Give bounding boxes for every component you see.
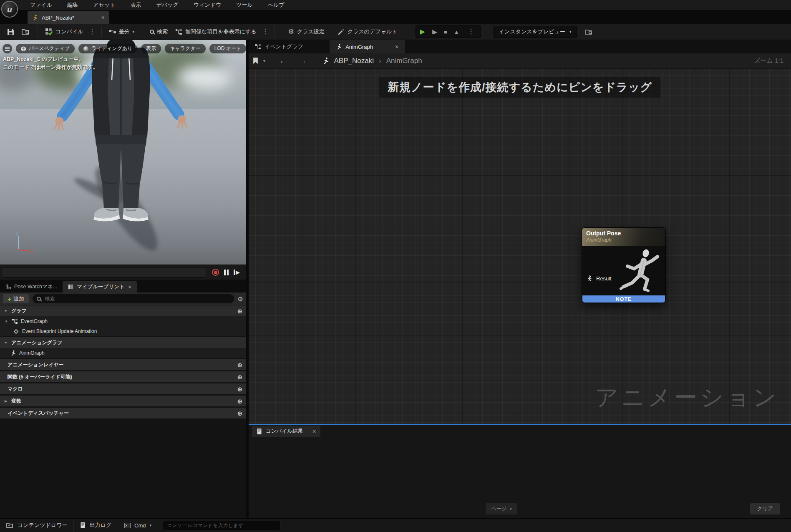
- find-button[interactable]: 検索: [146, 25, 171, 38]
- add-function-icon[interactable]: ⊕: [237, 374, 242, 380]
- tree-section-functions[interactable]: 関数 (5 オーバーライド可能) ⊕: [0, 371, 246, 382]
- save-button[interactable]: [3, 25, 18, 38]
- menu-window[interactable]: ウィンドウ: [194, 1, 222, 9]
- menu-view[interactable]: 表示: [130, 1, 141, 9]
- eject-icon[interactable]: ▲: [454, 29, 459, 35]
- chevron-down-icon[interactable]: ▾: [263, 59, 265, 63]
- my-blueprint-search[interactable]: [33, 294, 234, 303]
- tree-section-graphs[interactable]: ▼ グラフ ⊕: [0, 305, 246, 316]
- show-label: 表示: [146, 45, 156, 52]
- tab-my-blueprint[interactable]: マイブループリント ×: [63, 281, 137, 292]
- tree-item-animgraph[interactable]: AnimGraph: [0, 348, 246, 358]
- hide-unrelated-button[interactable]: 無関係な項目を非表示にする: [171, 25, 260, 38]
- lit-mode-button[interactable]: ライティングあり: [78, 44, 137, 53]
- menu-file[interactable]: ファイル: [30, 1, 52, 9]
- menu-tools[interactable]: ツール: [236, 1, 253, 9]
- add-graph-icon[interactable]: ⊕: [237, 308, 242, 314]
- tab-pose-watch-manager[interactable]: Pose Watchマネ...: [0, 281, 63, 292]
- cmd-dropdown[interactable]: Cmd ▾: [118, 519, 158, 532]
- preview-viewport[interactable]: パースペクティブ ライティングあり 表示 キャラクター LOD オート ▶ x1…: [0, 40, 246, 265]
- eventgraph-label: EventGraph: [21, 318, 48, 324]
- menu-edit[interactable]: 編集: [67, 1, 78, 9]
- add-variable-icon[interactable]: ⊕: [237, 398, 242, 404]
- browse-debug-object-button[interactable]: [581, 25, 597, 38]
- breadcrumb-root[interactable]: ABP_Nozaki: [334, 57, 374, 65]
- tree-section-event-dispatchers[interactable]: イベントディスパッチャー ⊕: [0, 408, 246, 419]
- record-icon[interactable]: [212, 269, 219, 276]
- add-event-dispatcher-icon[interactable]: ⊕: [237, 410, 242, 416]
- clear-button[interactable]: クリア: [750, 503, 780, 514]
- play-options-kebab-icon[interactable]: ⋮: [466, 28, 476, 35]
- tab-compile-results[interactable]: コンパイル結果 ×: [252, 426, 320, 437]
- content-drawer-button[interactable]: コンテンツドロワー: [0, 519, 73, 532]
- add-animation-layer-icon[interactable]: ⊕: [237, 362, 242, 368]
- bookmark-icon[interactable]: [253, 58, 258, 64]
- viewport-menu-button[interactable]: [3, 44, 12, 53]
- character-button[interactable]: キャラクター: [165, 44, 205, 53]
- compile-button[interactable]: コンパイル: [42, 25, 87, 38]
- mannequin-thumbnail: [618, 248, 665, 295]
- tree-section-animation-layers[interactable]: アニメーションレイヤー ⊕: [0, 359, 246, 370]
- tree-section-variables[interactable]: ▶ 変数 ⊕: [0, 396, 246, 406]
- chevron-down-icon: ▾: [133, 30, 135, 34]
- menu-help[interactable]: ヘルプ: [268, 1, 285, 9]
- chevron-down-icon: ▾: [510, 507, 512, 511]
- caret-down-icon[interactable]: ▼: [4, 320, 8, 323]
- step-forward-icon[interactable]: ▶: [234, 270, 240, 275]
- preview-character: [0, 40, 246, 265]
- section-label: 変数: [11, 398, 21, 405]
- timeline-scrubber[interactable]: [2, 267, 206, 277]
- close-icon[interactable]: ×: [312, 429, 316, 434]
- close-icon[interactable]: ×: [395, 44, 398, 50]
- close-icon[interactable]: ×: [101, 15, 105, 20]
- search-input[interactable]: [44, 295, 230, 302]
- add-button[interactable]: + 追加: [3, 294, 29, 303]
- tree-item-event-update-animation[interactable]: Event Blueprint Update Animation: [0, 326, 246, 336]
- tab-event-graph[interactable]: イベントグラフ: [249, 40, 310, 53]
- lod-auto-button[interactable]: LOD オート: [209, 44, 246, 53]
- graph-toolbar: ▾ ← → ABP_Nozaki › AnimGraph ズーム 1:1: [249, 53, 791, 68]
- close-icon[interactable]: ×: [128, 284, 131, 290]
- preview-instance-dropdown[interactable]: インスタンスをプレビュー ▾: [494, 26, 577, 38]
- animgraph-canvas[interactable]: 新規ノードを作成/接続するためにピンをドラッグ アニメーション Output P…: [249, 68, 791, 424]
- tree-section-macros[interactable]: マクロ ⊕: [0, 383, 246, 394]
- tree-item-eventgraph[interactable]: ▼ EventGraph: [0, 316, 246, 326]
- output-pose-node[interactable]: Output Pose AnimGraph: [582, 227, 666, 303]
- tree-section-animation-graphs[interactable]: ▼ アニメーショングラフ: [0, 337, 246, 348]
- play-icon[interactable]: ▶: [420, 28, 425, 35]
- menu-asset[interactable]: アセット: [93, 1, 115, 9]
- search-icon: [37, 297, 41, 301]
- caret-down-icon[interactable]: ▼: [4, 309, 8, 313]
- node-note-bar[interactable]: NOTE: [582, 295, 665, 303]
- caret-right-icon[interactable]: ▶: [4, 399, 8, 403]
- add-macro-icon[interactable]: ⊕: [237, 386, 242, 392]
- hide-unrelated-kebab-icon[interactable]: ⋮: [260, 28, 271, 35]
- pause-icon[interactable]: [224, 270, 229, 275]
- terminal-icon: [124, 523, 131, 528]
- caret-down-icon[interactable]: ▼: [4, 341, 8, 345]
- result-pin[interactable]: Result: [587, 275, 612, 282]
- compile-options-kebab-icon[interactable]: ⋮: [87, 28, 98, 35]
- asset-tab-abp-nozaki[interactable]: ABP_Nozaki* ×: [28, 11, 109, 24]
- show-button[interactable]: 表示: [141, 44, 161, 53]
- output-pose-node-header[interactable]: Output Pose AnimGraph: [582, 228, 665, 246]
- console-command-input[interactable]: [163, 521, 280, 530]
- navigate-forward-icon[interactable]: →: [296, 57, 310, 65]
- breadcrumb-current[interactable]: AnimGraph: [386, 57, 422, 65]
- content-drawer-label: コンテンツドロワー: [18, 522, 67, 529]
- perspective-button[interactable]: パースペクティブ: [16, 44, 75, 53]
- chevron-down-icon: ▾: [150, 523, 152, 527]
- output-log-button[interactable]: 出力ログ: [74, 519, 118, 532]
- diff-button[interactable]: 差分 ▾: [106, 25, 139, 38]
- page-dropdown-button[interactable]: ページ ▾: [486, 503, 517, 514]
- class-defaults-button[interactable]: クラスのデフォルト: [334, 25, 401, 38]
- navigate-back-icon[interactable]: ←: [276, 57, 291, 65]
- stop-icon[interactable]: ■: [444, 29, 447, 35]
- menu-debug[interactable]: デバッグ: [156, 1, 178, 9]
- browse-asset-button[interactable]: [18, 25, 34, 38]
- settings-gear-icon[interactable]: ⚙: [238, 296, 243, 302]
- frame-skip-icon[interactable]: ▶: [432, 29, 437, 35]
- class-settings-button[interactable]: ⚙ クラス設定: [285, 25, 328, 38]
- tab-animgraph[interactable]: AnimGraph ×: [330, 40, 405, 53]
- hide-unrelated-icon: [175, 29, 182, 35]
